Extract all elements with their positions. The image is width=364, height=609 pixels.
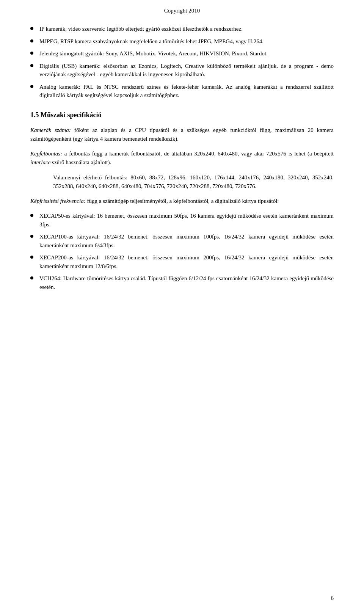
page-header: Copyright 2010: [30, 8, 334, 14]
list-item: MJPEG, RTSP kamera szabványoknak megfele…: [30, 37, 334, 46]
bullet-text: Digitális (USB) kamerák: elsősorban az E…: [39, 62, 334, 79]
bullet-icon: [30, 52, 33, 55]
fps-text: függ a számítógép teljesítményétől, a ké…: [86, 198, 279, 204]
bullet-text: VCH264: Hardware tömörítéses kártya csal…: [39, 274, 334, 291]
bullet-text: XECAP50-es kártyával: 16 bemenet, összes…: [39, 212, 334, 229]
list-item: IP kamerák, video szerverek: legtöbb elt…: [30, 25, 334, 33]
cameras-paragraph: Kamerák száma: főként az alaplap és a CP…: [30, 126, 334, 144]
bullet-text: XECAP200-as kártyával: 16/24/32 bemenet,…: [39, 253, 334, 270]
list-item: XECAP200-as kártyával: 16/24/32 bemenet,…: [30, 253, 334, 270]
cameras-text: főként az alaplap és a CPU típusától és …: [30, 127, 334, 142]
copyright-text: Copyright 2010: [164, 8, 200, 14]
resolution-term: Képfelbontás:: [30, 151, 62, 157]
interlace-word: interlace: [30, 159, 50, 165]
page-number: 6: [331, 595, 334, 601]
bullet-icon: [30, 276, 33, 279]
cameras-term: Kamerák száma:: [30, 127, 71, 133]
bullet-text: IP kamerák, video szerverek: legtöbb elt…: [39, 25, 334, 33]
bullet-text: Analóg kamerák: PAL és NTSC rendszerű sz…: [39, 83, 334, 100]
page-container: Copyright 2010 IP kamerák, video szerver…: [0, 0, 364, 609]
list-item: Digitális (USB) kamerák: elsősorban az E…: [30, 62, 334, 79]
bullet-icon: [30, 27, 33, 30]
bullet-icon: [30, 235, 33, 238]
bullet-text: MJPEG, RTSP kamera szabványoknak megfele…: [39, 37, 334, 46]
list-item: XECAP50-es kártyával: 16 bemenet, összes…: [30, 212, 334, 229]
list-item: VCH264: Hardware tömörítéses kártya csal…: [30, 274, 334, 291]
list-item: Analóg kamerák: PAL és NTSC rendszerű sz…: [30, 83, 334, 100]
bullet-icon: [30, 39, 33, 42]
section-number: 1.5: [30, 111, 39, 119]
bullet-icon: [30, 85, 33, 88]
list-item: Jelenleg támogatott gyártók: Sony, AXIS,…: [30, 49, 334, 58]
fps-paragraph: Képfrissítési frekvencia: függ a számító…: [30, 197, 334, 206]
bullet-icon: [30, 214, 33, 217]
resolution-text2: szűrő használata ajánlott).: [50, 159, 111, 165]
section-heading: 1.5 Műszaki specifikáció: [30, 111, 334, 119]
list-item: XECAP100-as kártyával: 16/24/32 bemenet,…: [30, 232, 334, 250]
bullet-text: XECAP100-as kártyával: 16/24/32 bemenet,…: [39, 232, 334, 250]
resolution-paragraph: Képfelbontás: a felbontás függ a kamerák…: [30, 149, 334, 167]
fps-bullet-list: XECAP50-es kártyával: 16 bemenet, összes…: [30, 212, 334, 291]
section-title: Műszaki specifikáció: [41, 111, 102, 119]
resolution-text: a felbontás függ a kamerák felbontásától…: [62, 151, 334, 157]
bullet-text: Jelenleg támogatott gyártók: Sony, AXIS,…: [39, 49, 334, 58]
bullet-icon: [30, 64, 33, 67]
bullet-icon: [30, 256, 33, 259]
fps-term: Képfrissítési frekvencia:: [30, 198, 86, 204]
top-bullet-list: IP kamerák, video szerverek: legtöbb elt…: [30, 25, 334, 100]
resolution-values: Valamennyi elérhető felbontás: 80x60, 88…: [53, 173, 334, 191]
